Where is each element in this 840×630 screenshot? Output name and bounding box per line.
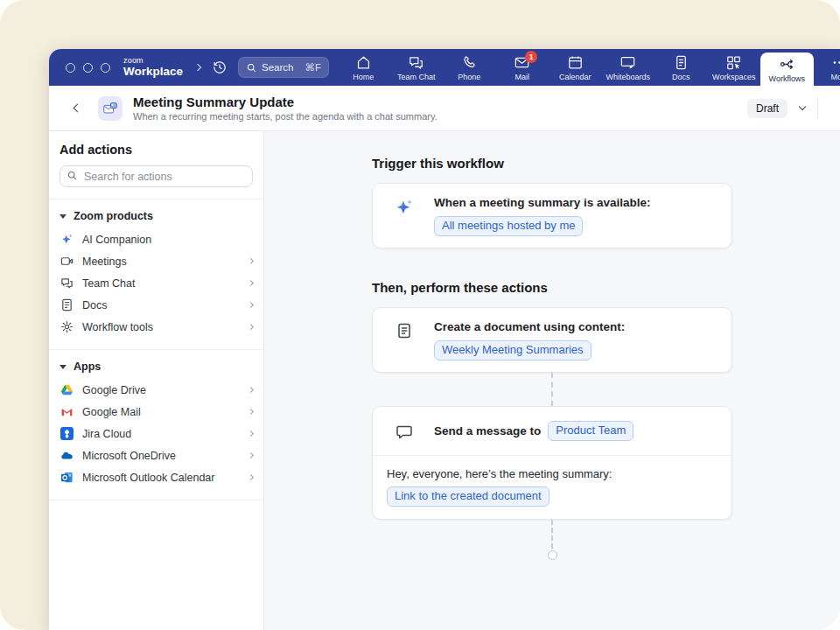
nav-tab-calendar[interactable]: Calendar <box>549 49 602 86</box>
workflows-icon <box>779 56 795 73</box>
chevron-down-icon <box>799 103 806 110</box>
nav-tab-whiteboards[interactable]: Whiteboards <box>602 49 655 86</box>
page-subtitle: When a recurring meeting starts, post th… <box>133 111 438 122</box>
sidebar-title: Add actions <box>60 143 253 157</box>
nav-tab-more[interactable]: More <box>814 49 840 86</box>
gear-icon <box>60 320 74 334</box>
chevron-right-icon <box>248 475 253 480</box>
actions-heading: Then, perform these actions <box>372 280 732 295</box>
google-mail-icon <box>60 405 74 419</box>
workflow-title-block: Meeting Summary Update When a recurring … <box>133 94 438 122</box>
actions-search <box>60 165 253 187</box>
message-recipient-pill[interactable]: Product Team <box>548 421 634 441</box>
chevron-right-icon <box>248 431 253 436</box>
header-divider <box>817 98 818 119</box>
action-card-create-document[interactable]: Create a document using content: Weekly … <box>372 307 732 373</box>
status-dropdown-button[interactable] <box>800 107 805 109</box>
nav-tab-phone[interactable]: Phone <box>443 49 496 86</box>
sidebar-divider <box>49 500 263 500</box>
global-search-input[interactable]: Search ⌘F <box>238 57 329 78</box>
app-window: zoom Workplace Search ⌘F Home Team Chat <box>49 49 840 630</box>
action-title: Send a message to <box>434 424 541 439</box>
workflow-canvas: Trigger this workflow When a meeting sum… <box>264 131 840 630</box>
chevron-left-icon <box>73 104 81 113</box>
navbar-tabs: Home Team Chat Phone Mail 1 Calendar <box>337 49 840 86</box>
home-icon <box>355 54 372 71</box>
document-link-pill[interactable]: Link to the created document <box>387 486 550 507</box>
zoom-workplace-logo: zoom Workplace <box>123 57 183 78</box>
chevron-right-icon <box>248 388 253 392</box>
section-apps[interactable]: Apps <box>49 350 263 379</box>
window-controls[interactable] <box>66 63 110 73</box>
window-control-zoom[interactable] <box>101 63 110 73</box>
onedrive-icon <box>60 449 74 463</box>
docs-icon <box>60 298 74 312</box>
add-step-node[interactable] <box>548 550 557 560</box>
more-icon <box>831 54 840 71</box>
sidebar-item-jira-cloud[interactable]: Jira Cloud <box>49 423 263 444</box>
nav-tab-docs[interactable]: Docs <box>654 49 708 86</box>
workflow-thumbnail-icon <box>98 96 122 121</box>
trigger-scope-pill[interactable]: All meetings hosted by me <box>434 216 583 236</box>
action-title: Create a document using content: <box>434 319 625 335</box>
back-button[interactable] <box>70 102 84 116</box>
chevron-right-icon[interactable] <box>194 64 201 71</box>
nav-tab-home[interactable]: Home <box>337 49 390 86</box>
document-content-pill[interactable]: Weekly Meeting Summaries <box>434 340 592 360</box>
document-icon <box>394 322 415 340</box>
search-placeholder: Search <box>262 62 293 73</box>
chevron-right-icon <box>248 325 253 329</box>
team-chat-icon <box>60 276 74 290</box>
workflow-header: Meeting Summary Update When a recurring … <box>49 86 840 131</box>
sidebar-item-meetings[interactable]: Meetings <box>49 250 263 272</box>
sidebar-item-team-chat[interactable]: Team Chat <box>49 272 263 294</box>
trigger-heading: Trigger this workflow <box>372 156 732 171</box>
ai-companion-sparkle-icon <box>394 198 415 217</box>
team-chat-icon <box>408 54 424 71</box>
status-badge[interactable]: Draft <box>747 99 788 118</box>
header-actions: Draft <box>747 98 818 119</box>
nav-tab-workspaces[interactable]: Workspaces <box>708 49 761 86</box>
section-zoom-products[interactable]: Zoom products <box>49 200 263 228</box>
sidebar-item-microsoft-outlook-calendar[interactable]: Microsoft Outlook Calendar <box>49 466 263 488</box>
mail-unread-badge: 1 <box>525 51 537 63</box>
top-navbar: zoom Workplace Search ⌘F Home Team Chat <box>49 49 840 86</box>
window-control-minimize[interactable] <box>83 63 93 73</box>
sidebar-item-microsoft-onedrive[interactable]: Microsoft OneDrive <box>49 444 263 466</box>
window-control-close[interactable] <box>66 63 75 73</box>
calendar-icon <box>567 54 584 71</box>
nav-tab-mail[interactable]: Mail 1 <box>496 49 550 86</box>
actions-search-input[interactable] <box>60 165 253 187</box>
history-icon[interactable] <box>212 60 228 75</box>
sidebar-item-google-mail[interactable]: Google Mail <box>49 401 263 423</box>
docs-icon <box>673 54 690 71</box>
ai-companion-icon <box>60 233 74 247</box>
trigger-title: When a meeting summary is available: <box>434 195 651 211</box>
nav-tab-team-chat[interactable]: Team Chat <box>390 49 444 86</box>
nav-tab-workflows[interactable]: Workflows <box>760 52 814 86</box>
workspaces-icon <box>725 54 742 71</box>
search-shortcut: ⌘F <box>305 61 322 74</box>
phone-icon <box>461 54 478 71</box>
sidebar-item-docs[interactable]: Docs <box>49 294 263 316</box>
trigger-card[interactable]: When a meeting summary is available: All… <box>372 183 732 248</box>
google-drive-icon <box>60 383 74 397</box>
caret-down-icon <box>60 214 66 219</box>
add-actions-sidebar: Add actions Zoom products AI Companion M… <box>49 131 264 630</box>
search-icon <box>246 62 257 74</box>
message-body-text[interactable]: Hey, everyone, here’s the meeting summar… <box>387 467 718 480</box>
page-background: zoom Workplace Search ⌘F Home Team Chat <box>0 0 840 630</box>
whiteboards-icon <box>620 54 636 71</box>
chevron-right-icon <box>248 259 253 263</box>
sidebar-item-workflow-tools[interactable]: Workflow tools <box>49 316 263 338</box>
jira-cloud-icon <box>60 427 74 441</box>
caret-down-icon <box>60 365 66 369</box>
action-card-send-message[interactable]: Send a message to Product Team Hey, ever… <box>372 406 732 520</box>
workflow-connector <box>551 373 553 406</box>
sidebar-item-ai-companion[interactable]: AI Companion <box>49 228 263 250</box>
chevron-right-icon <box>248 303 253 307</box>
chat-bubble-icon <box>394 424 415 441</box>
meetings-icon <box>60 255 74 269</box>
sidebar-item-google-drive[interactable]: Google Drive <box>49 379 263 401</box>
workflow-connector <box>551 520 553 549</box>
